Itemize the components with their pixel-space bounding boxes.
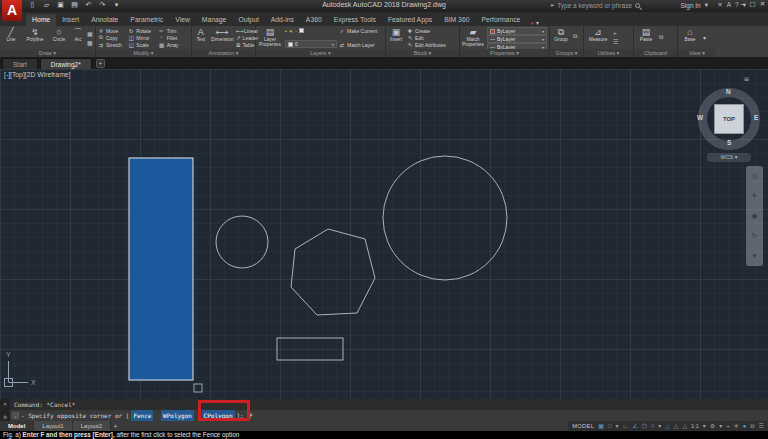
circle-button[interactable]: ○ Circle: [48, 26, 70, 49]
panel-layers-label[interactable]: Layers ▾: [256, 49, 385, 57]
quick-calc-icon[interactable]: +: [613, 30, 618, 36]
app-logo[interactable]: A: [2, 0, 22, 21]
tab-a360[interactable]: A360: [300, 14, 328, 26]
mirror-button[interactable]: ◫Mirror: [128, 34, 158, 41]
line-button[interactable]: ╱ Line: [0, 26, 22, 49]
panel-utilities-label[interactable]: Utilities ▾: [584, 49, 633, 57]
nav-more-icon[interactable]: ▾: [753, 252, 757, 260]
array-button[interactable]: ▦Array: [159, 41, 189, 48]
polar-toggle-icon[interactable]: ∠: [632, 421, 637, 431]
layer-freeze-icon[interactable]: ☀: [289, 28, 293, 34]
group-button[interactable]: ⧉ Group: [550, 26, 572, 49]
annotation-visibility-icon[interactable]: △: [665, 421, 670, 431]
tab-output[interactable]: Output: [232, 14, 264, 26]
tab-bim360[interactable]: BIM 360: [438, 14, 475, 26]
nav-pan-icon[interactable]: ✛: [752, 192, 758, 200]
new-file-icon[interactable]: ▯: [28, 1, 37, 9]
layer-properties-button[interactable]: ▤ Layer Properties: [256, 26, 284, 49]
search-input[interactable]: Type a keyword or phrase: [557, 2, 632, 9]
tab-performance[interactable]: Performance: [475, 14, 526, 26]
panel-properties-label[interactable]: Properties ▾: [460, 49, 549, 57]
quick-properties-icon[interactable]: +: [726, 421, 730, 431]
command-input-line[interactable]: › - Specify opposite corner or [ Fence W…: [10, 410, 768, 421]
edit-attributes-button[interactable]: ✎Edit Attributes: [407, 41, 457, 48]
tab-addins[interactable]: Add-ins: [265, 14, 300, 26]
panel-annotation-label[interactable]: Annotation ▾: [192, 49, 255, 57]
hatch-icon[interactable]: ▦: [87, 30, 93, 37]
search-icon[interactable]: [635, 3, 640, 8]
ribbon-pin-icon[interactable]: ▾: [703, 34, 706, 41]
leader-button[interactable]: ↗Leader: [236, 34, 254, 41]
text-button[interactable]: A Text: [192, 26, 210, 49]
snap-toggle-icon[interactable]: □: [608, 421, 612, 431]
new-drawing-tab-button[interactable]: +: [96, 59, 105, 68]
exchange-icon[interactable]: ✕: [717, 1, 722, 9]
graphics-performance-icon[interactable]: ●: [743, 421, 747, 431]
layout2-tab[interactable]: Layout2: [73, 421, 111, 431]
help-search[interactable]: ▸ Type a keyword or phrase: [551, 1, 640, 9]
layer-on-icon[interactable]: •: [285, 28, 287, 34]
recent-commands-icon[interactable]: ›: [12, 412, 19, 419]
rotate-button[interactable]: ↻Rotate: [128, 27, 158, 34]
tab-manage[interactable]: Manage: [196, 14, 233, 26]
trim-button[interactable]: ✂Trim: [159, 27, 189, 34]
match-properties-button[interactable]: ▰ Match Properties: [460, 26, 486, 49]
tab-express-tools[interactable]: Express Tools: [328, 14, 382, 26]
stretch-button[interactable]: ⇉Stretch: [98, 41, 128, 48]
tab-insert[interactable]: Insert: [56, 14, 85, 26]
selected-rectangle-shape[interactable]: [129, 158, 193, 380]
panel-draw-label[interactable]: Draw ▾: [0, 49, 95, 57]
file-tab-start[interactable]: Start: [2, 58, 38, 69]
qat-caret-icon[interactable]: ▾: [112, 1, 121, 9]
gear-caret-icon[interactable]: ▾: [719, 421, 722, 431]
osnap-toggle-icon[interactable]: ⌑: [651, 421, 654, 431]
search-arrow-icon[interactable]: ▸: [551, 1, 554, 9]
large-circle-shape[interactable]: [383, 156, 507, 280]
clean-screen-icon[interactable]: ⧉: [750, 421, 754, 431]
layout1-tab[interactable]: Layout1: [34, 421, 72, 431]
wcs-dropdown[interactable]: WCS ▾: [707, 153, 751, 162]
grid-toggle-icon[interactable]: ▦: [598, 421, 604, 431]
maximize-icon[interactable]: ▢: [749, 0, 756, 8]
id-point-icon[interactable]: ☰: [613, 38, 618, 45]
redo-icon[interactable]: ↷: [98, 1, 107, 9]
sign-in[interactable]: Sign In ▾: [680, 1, 708, 9]
close-icon[interactable]: ✕: [759, 0, 766, 8]
viewcube-south[interactable]: S: [727, 139, 731, 146]
fence-option-button[interactable]: Fence: [131, 410, 153, 421]
arc-button[interactable]: ⌒ Arc: [70, 26, 86, 49]
object-color-dropdown[interactable]: ByLayer ▾: [487, 27, 547, 35]
make-current-button[interactable]: ✓Make Current: [339, 27, 381, 34]
table-button[interactable]: ⊞Table: [236, 41, 254, 48]
workspace-gear-icon[interactable]: ⚙: [710, 421, 715, 431]
isolate-objects-icon[interactable]: ✛: [734, 421, 739, 431]
osnap-caret-icon[interactable]: ▾: [658, 421, 661, 431]
small-circle-shape[interactable]: [216, 216, 268, 268]
nav-zoom-icon[interactable]: ◉: [751, 212, 757, 220]
match-layer-button[interactable]: ⇄Match Layer: [339, 41, 381, 48]
panel-groups-label[interactable]: Groups ▾: [550, 49, 583, 57]
edit-block-button[interactable]: ✎Edit: [407, 34, 457, 41]
viewcube-menu-icon[interactable]: ⊞: [744, 75, 749, 82]
tab-parametric[interactable]: Parametric: [124, 14, 169, 26]
tab-featured-apps[interactable]: Featured Apps: [382, 14, 438, 26]
snap-caret-icon[interactable]: ▾: [616, 421, 619, 431]
annotation-scale-value[interactable]: 1:1: [691, 423, 699, 429]
scale-caret-icon[interactable]: ▾: [703, 421, 706, 431]
layer-dropdown[interactable]: 0 ▾: [285, 40, 337, 48]
viewport-controls[interactable]: [-][Top][2D Wireframe]: [4, 71, 70, 78]
heptagon-shape[interactable]: [291, 229, 375, 315]
fillet-button[interactable]: ◜Fillet: [159, 34, 189, 41]
panel-block-label[interactable]: Block ▾: [386, 49, 459, 57]
viewcube-north[interactable]: N: [726, 88, 731, 95]
navigation-bar[interactable]: ◎ ✛ ◉ ↻ ▾: [746, 166, 763, 266]
panel-modify-label[interactable]: Modify ▾: [96, 49, 191, 57]
plot-icon[interactable]: ▤: [70, 1, 79, 9]
model-tab[interactable]: Model: [0, 421, 34, 431]
tab-home[interactable]: Home: [26, 14, 56, 26]
polyline-button[interactable]: ↯ Polyline: [22, 26, 48, 49]
drawing-canvas[interactable]: [-][Top][2D Wireframe] Y X N S W E TOP W…: [0, 69, 768, 399]
dimension-button[interactable]: ⟷ Dimension: [210, 26, 235, 49]
insert-button[interactable]: ▣ Insert: [386, 26, 406, 49]
panel-view-label[interactable]: View ▾: [678, 49, 716, 57]
